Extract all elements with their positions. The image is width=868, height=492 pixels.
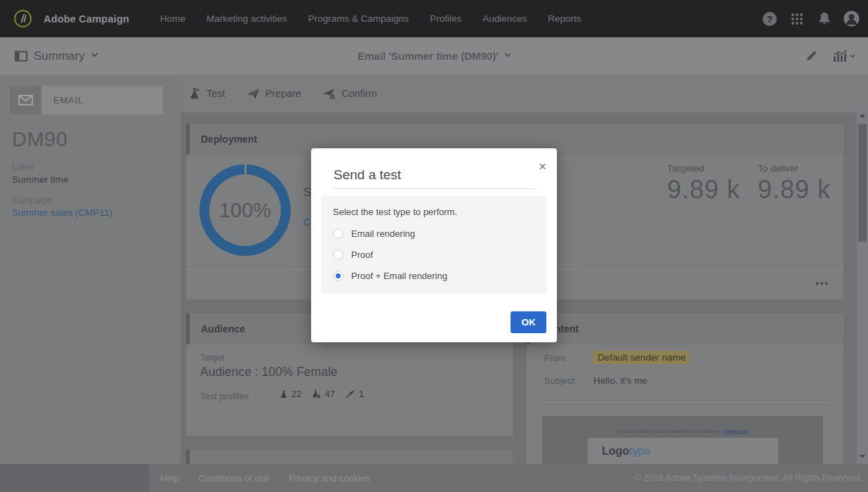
radio-button-selected[interactable] (333, 271, 343, 281)
radio-option-email-rendering[interactable]: Email rendering (333, 228, 415, 239)
close-icon[interactable]: × (539, 160, 546, 173)
radio-option-proof-email-rendering[interactable]: Proof + Email rendering (333, 271, 447, 281)
radio-option-proof[interactable]: Proof (333, 250, 373, 260)
radio-label: Proof + Email rendering (351, 271, 447, 281)
radio-button[interactable] (333, 228, 343, 239)
send-test-dialog: Send a test × Select the test type to pe… (311, 148, 557, 342)
ok-button[interactable]: OK (511, 311, 546, 333)
dialog-title: Send a test (334, 167, 401, 183)
divider (334, 188, 534, 189)
radio-button[interactable] (333, 250, 343, 260)
radio-label: Email rendering (351, 228, 415, 239)
adobe-campaign-app: Adobe Campaign Home Marketing activities… (0, 0, 868, 492)
test-type-prompt: Select the test type to perform. (333, 207, 457, 217)
radio-label: Proof (351, 250, 373, 260)
test-type-panel: Select the test type to perform. Email r… (322, 195, 546, 293)
